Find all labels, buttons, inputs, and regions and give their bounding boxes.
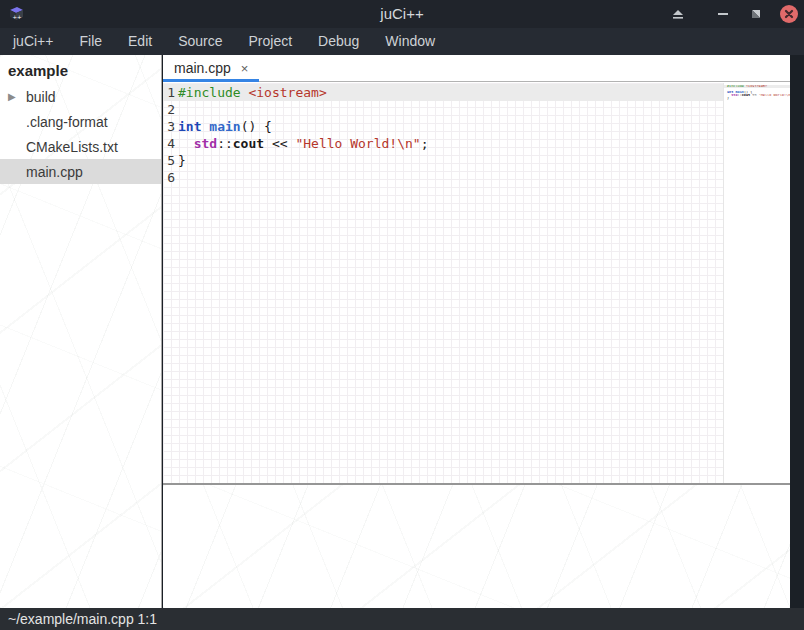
menu-item-debug[interactable]: Debug xyxy=(305,28,372,55)
window-controls xyxy=(669,0,798,28)
line-number: 6 xyxy=(163,169,175,186)
menu-item-edit[interactable]: Edit xyxy=(115,28,165,55)
sidebar-item-build[interactable]: ▶build xyxy=(0,84,161,109)
menu-item-source[interactable]: Source xyxy=(165,28,235,55)
shade-button[interactable] xyxy=(669,5,687,23)
line-number: 2 xyxy=(163,101,175,118)
code-ns-token: std xyxy=(194,136,217,151)
line-number: 3 xyxy=(163,118,175,135)
menu-item-juci[interactable]: juCi++ xyxy=(0,28,66,55)
minimap[interactable]: #include <iostream>int main() { std::cou… xyxy=(723,83,790,483)
main-area: example ▶build.clang-formatCMakeLists.tx… xyxy=(0,55,804,608)
code-fn-token: main xyxy=(209,119,240,134)
minimap-plain-token: } xyxy=(727,97,729,100)
titlebar[interactable]: ++ juCi++ xyxy=(0,0,804,28)
menu-item-window[interactable]: Window xyxy=(372,28,448,55)
code-plain-token: ; xyxy=(421,136,429,151)
code-plain-token: :: xyxy=(217,136,233,151)
line-number: 5 xyxy=(163,152,175,169)
restore-icon xyxy=(751,9,761,19)
minimap-prep-token: #include xyxy=(727,85,744,88)
status-path: ~/example/main.cpp 1:1 xyxy=(8,611,157,627)
code-editor[interactable]: 123456 #include <iostream>int main() { s… xyxy=(163,83,790,483)
sidebar-item-cmakelists-txt[interactable]: CMakeLists.txt xyxy=(0,134,161,159)
tab-close-icon[interactable]: × xyxy=(241,62,249,75)
menu-item-file[interactable]: File xyxy=(66,28,115,55)
window-right-edge xyxy=(790,55,804,608)
code-bvar-token: cout xyxy=(233,136,264,151)
code-line: int main() { xyxy=(178,118,428,135)
code-line: } xyxy=(178,152,428,169)
close-icon xyxy=(784,9,794,19)
minimap-plain-token: << xyxy=(750,94,758,97)
tab-main-cpp[interactable]: main.cpp× xyxy=(163,55,259,81)
code-plain-token xyxy=(178,136,194,151)
minimap-line xyxy=(724,100,790,103)
tab-bar: main.cpp× xyxy=(163,55,790,82)
code-line xyxy=(178,169,428,186)
sidebar-item--clang-format[interactable]: .clang-format xyxy=(0,109,161,134)
minimap-line: std::cout << "Hello World!\n"; xyxy=(724,94,790,97)
status-bar: ~/example/main.cpp 1:1 xyxy=(0,608,804,630)
line-number-gutter: 123456 xyxy=(163,84,175,186)
code-plain-token: () { xyxy=(241,119,272,134)
sidebar-item-label: CMakeLists.txt xyxy=(26,139,118,155)
sidebar-item-label: .clang-format xyxy=(26,114,108,130)
line-number: 1 xyxy=(163,84,175,101)
sidebar-item-main-cpp[interactable]: main.cpp xyxy=(0,159,161,184)
menu-item-project[interactable]: Project xyxy=(236,28,306,55)
minimap-str-token: "Hello World!\n" xyxy=(759,94,790,97)
shade-icon xyxy=(672,9,684,20)
minimap-str-token: <iostream> xyxy=(746,85,767,88)
file-tree: ▶build.clang-formatCMakeLists.txtmain.cp… xyxy=(0,84,161,184)
tab-label: main.cpp xyxy=(174,60,231,76)
sidebar-item-label: build xyxy=(26,89,56,105)
code-str-token: <iostream> xyxy=(248,85,326,100)
close-button[interactable] xyxy=(780,5,798,23)
terminal-panel[interactable] xyxy=(163,485,790,608)
restore-button[interactable] xyxy=(747,5,765,23)
code-line: #include <iostream> xyxy=(178,84,428,101)
code-text: #include <iostream>int main() { std::cou… xyxy=(178,84,428,186)
jucipp-window: ++ juCi++ xyxy=(0,0,804,630)
line-number: 4 xyxy=(163,135,175,152)
minimize-button[interactable] xyxy=(714,5,732,23)
code-plain-token: } xyxy=(178,153,186,168)
minimize-icon xyxy=(718,13,728,15)
code-prep-token: #include xyxy=(178,85,241,100)
file-tree-panel: example ▶build.clang-formatCMakeLists.tx… xyxy=(0,55,162,608)
expander-icon[interactable]: ▶ xyxy=(0,91,26,102)
menubar: juCi++FileEditSourceProjectDebugWindow xyxy=(0,28,804,55)
sidebar-item-label: main.cpp xyxy=(26,164,83,180)
code-type-token: int xyxy=(178,119,201,134)
editor-column: main.cpp× 123456 #include <iostream>int … xyxy=(163,55,790,608)
project-root-label: example xyxy=(0,55,161,84)
code-str-token: "Hello World!\n" xyxy=(295,136,420,151)
minimap-bvar-token: cout xyxy=(742,94,750,97)
code-line: std::cout << "Hello World!\n"; xyxy=(178,135,428,152)
code-plain-token: << xyxy=(264,136,295,151)
code-line xyxy=(178,101,428,118)
